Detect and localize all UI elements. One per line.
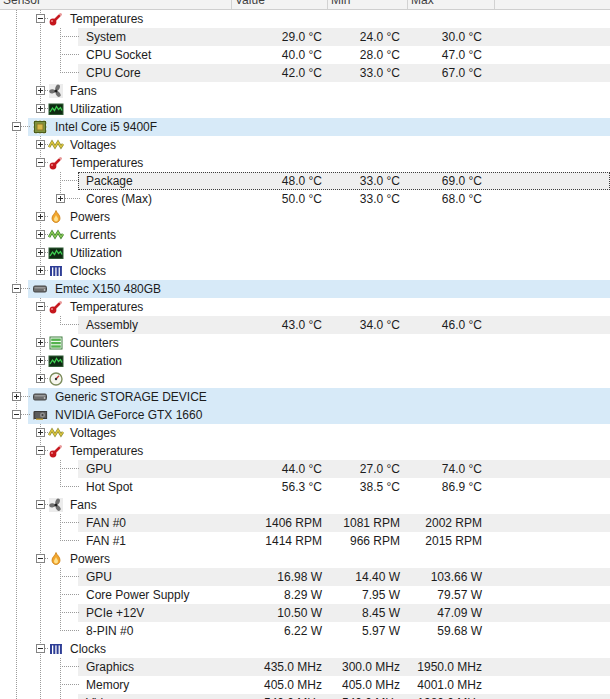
- expand-plus-toggle[interactable]: [36, 428, 45, 437]
- table-row[interactable]: Currents: [0, 226, 610, 244]
- table-row[interactable]: Temperatures: [0, 442, 610, 460]
- thermometer-icon: [48, 11, 64, 27]
- table-row[interactable]: FAN #0 1406 RPM 1081 RPM 2002 RPM: [0, 514, 610, 532]
- table-row[interactable]: Fans: [0, 82, 610, 100]
- sensor-label: PCIe +12V: [86, 604, 144, 622]
- column-header-value[interactable]: Value: [232, 0, 328, 9]
- collapse-minus-toggle[interactable]: [12, 410, 21, 419]
- tree-guide-line: [40, 64, 41, 82]
- table-row[interactable]: Video 540.0 MHz 540.0 MHz 1980.0 MHz: [0, 694, 610, 699]
- tree-guide-line: [40, 568, 41, 586]
- table-row[interactable]: Voltages: [0, 424, 610, 442]
- collapse-minus-toggle[interactable]: [12, 122, 21, 131]
- collapse-minus-toggle[interactable]: [36, 644, 45, 653]
- expand-plus-toggle[interactable]: [36, 104, 45, 113]
- tree-guide-line: [16, 226, 17, 244]
- tree-guide-line: [16, 658, 17, 676]
- value-cell: 29.0 °C: [232, 28, 322, 46]
- fan-icon: [48, 83, 64, 99]
- tree-guide-line: [60, 586, 61, 604]
- expand-plus-toggle[interactable]: [36, 374, 45, 383]
- table-row[interactable]: Clocks: [0, 262, 610, 280]
- sensor-label: System: [86, 28, 126, 46]
- table-row[interactable]: Cores (Max) 50.0 °C 33.0 °C 68.0 °C: [0, 190, 610, 208]
- table-row[interactable]: Assembly 43.0 °C 34.0 °C 46.0 °C: [0, 316, 610, 334]
- tree-guide-line: [60, 694, 61, 699]
- counter-icon: [48, 335, 64, 351]
- table-row[interactable]: Utilization: [0, 100, 610, 118]
- collapse-minus-toggle[interactable]: [12, 284, 21, 293]
- collapse-minus-toggle[interactable]: [36, 158, 45, 167]
- expand-plus-toggle[interactable]: [56, 194, 65, 203]
- table-row[interactable]: Temperatures: [0, 10, 610, 28]
- expand-plus-toggle[interactable]: [36, 212, 45, 221]
- collapse-minus-toggle[interactable]: [36, 446, 45, 455]
- table-row[interactable]: Temperatures: [0, 154, 610, 172]
- table-row[interactable]: Speed: [0, 370, 610, 388]
- table-row[interactable]: Counters: [0, 334, 610, 352]
- collapse-minus-toggle[interactable]: [36, 554, 45, 563]
- collapse-minus-toggle[interactable]: [36, 302, 45, 311]
- min-cell: 34.0 °C: [328, 316, 400, 334]
- table-row[interactable]: Hot Spot 56.3 °C 38.5 °C 86.9 °C: [0, 478, 610, 496]
- sensor-label: Temperatures: [70, 154, 143, 172]
- expand-plus-toggle[interactable]: [36, 248, 45, 257]
- table-row[interactable]: FAN #1 1414 RPM 966 RPM 2015 RPM: [0, 532, 610, 550]
- table-row[interactable]: 8-PIN #0 6.22 W 5.97 W 59.68 W: [0, 622, 610, 640]
- column-header-sensor[interactable]: Sensor: [0, 0, 232, 9]
- table-row[interactable]: CPU Socket 40.0 °C 28.0 °C 47.0 °C: [0, 46, 610, 64]
- expand-plus-toggle[interactable]: [36, 266, 45, 275]
- tree-connector: [60, 324, 80, 325]
- max-cell: 2015 RPM: [408, 532, 482, 550]
- table-row-focused[interactable]: Package 48.0 °C 33.0 °C 69.0 °C: [0, 172, 610, 190]
- tree-connector: [60, 486, 80, 487]
- clock-icon: [48, 641, 64, 657]
- gauge-icon: [48, 371, 64, 387]
- value-cell: 1406 RPM: [232, 514, 322, 532]
- table-row[interactable]: GPU 16.98 W 14.40 W 103.66 W: [0, 568, 610, 586]
- table-row[interactable]: Clocks: [0, 640, 610, 658]
- table-row[interactable]: Utilization: [0, 244, 610, 262]
- table-row[interactable]: Core Power Supply 8.29 W 7.95 W 79.57 W: [0, 586, 610, 604]
- tree-connector: [21, 414, 31, 415]
- value-cell: 8.29 W: [232, 586, 322, 604]
- table-row[interactable]: Generic STORAGE DEVICE: [0, 388, 610, 406]
- sensor-label: Temperatures: [70, 442, 143, 460]
- table-row[interactable]: Temperatures: [0, 298, 610, 316]
- table-row[interactable]: System 29.0 °C 24.0 °C 30.0 °C: [0, 28, 610, 46]
- expand-plus-toggle[interactable]: [12, 392, 21, 401]
- column-header-max[interactable]: Max: [408, 0, 495, 9]
- table-row[interactable]: Powers: [0, 550, 610, 568]
- table-row[interactable]: GPU 44.0 °C 27.0 °C 74.0 °C: [0, 460, 610, 478]
- thermometer-icon: [48, 443, 64, 459]
- table-row[interactable]: Intel Core i5 9400F: [0, 118, 610, 136]
- value-cell: 48.0 °C: [232, 172, 322, 190]
- max-cell: 2002 RPM: [408, 514, 482, 532]
- table-row[interactable]: Powers: [0, 208, 610, 226]
- table-row[interactable]: NVIDIA GeForce GTX 1660: [0, 406, 610, 424]
- min-cell: 966 RPM: [328, 532, 400, 550]
- collapse-minus-toggle[interactable]: [36, 14, 45, 23]
- table-row[interactable]: PCIe +12V 10.50 W 8.45 W 47.09 W: [0, 604, 610, 622]
- value-cell: 56.3 °C: [232, 478, 322, 496]
- expand-plus-toggle[interactable]: [36, 140, 45, 149]
- expand-plus-toggle[interactable]: [36, 356, 45, 365]
- tree-guide-line: [16, 46, 17, 64]
- tree-connector: [65, 198, 80, 199]
- expand-plus-toggle[interactable]: [36, 86, 45, 95]
- table-row[interactable]: CPU Core 42.0 °C 33.0 °C 67.0 °C: [0, 64, 610, 82]
- table-row[interactable]: Voltages: [0, 136, 610, 154]
- sensor-label: Package: [86, 172, 133, 190]
- table-row[interactable]: Fans: [0, 496, 610, 514]
- expand-plus-toggle[interactable]: [36, 230, 45, 239]
- table-row[interactable]: Memory 405.0 MHz 405.0 MHz 4001.0 MHz: [0, 676, 610, 694]
- sensor-label: Temperatures: [70, 298, 143, 316]
- tree-guide-line: [40, 532, 41, 550]
- table-row[interactable]: Emtec X150 480GB: [0, 280, 610, 298]
- tree-guide-line: [60, 604, 61, 622]
- table-row[interactable]: Utilization: [0, 352, 610, 370]
- expand-plus-toggle[interactable]: [36, 338, 45, 347]
- table-row[interactable]: Graphics 435.0 MHz 300.0 MHz 1950.0 MHz: [0, 658, 610, 676]
- column-header-min[interactable]: Min: [328, 0, 408, 9]
- collapse-minus-toggle[interactable]: [36, 500, 45, 509]
